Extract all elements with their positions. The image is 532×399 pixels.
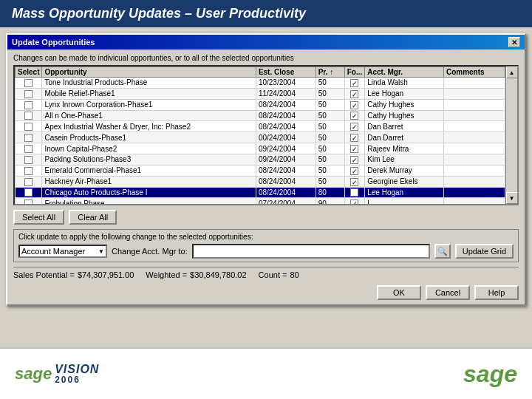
row-checkbox[interactable] (24, 101, 33, 109)
row-select-cell[interactable] (16, 99, 42, 110)
row-est-close: 08/24/2004 (256, 99, 316, 110)
col-comments: Comments (443, 67, 505, 78)
row-fo-checkbox[interactable] (350, 167, 358, 175)
row-fo-cell[interactable] (344, 78, 365, 89)
row-opportunity: Mobile Relief-Phase1 (42, 88, 256, 99)
table-row[interactable]: Casein Products-Phase100/24/200450Dan Da… (16, 132, 505, 143)
row-pr: 50 (316, 78, 344, 89)
row-opportunity: Lynx Inrown Corporation-Phase1 (42, 99, 256, 110)
row-fo-checkbox[interactable] (350, 90, 358, 98)
row-acct-mgr: Georgine Ekels (365, 176, 444, 187)
row-select-cell[interactable] (16, 110, 42, 121)
cancel-button[interactable]: Cancel (426, 285, 470, 300)
row-checkbox[interactable] (24, 200, 33, 204)
row-select-cell[interactable] (16, 165, 42, 176)
row-est-close: 08/24/2004 (256, 165, 316, 176)
select-all-button[interactable]: Select All (13, 210, 64, 225)
row-fo-checkbox[interactable] (350, 123, 358, 131)
ok-button[interactable]: OK (377, 285, 421, 300)
clear-all-button[interactable]: Clear All (69, 210, 117, 225)
help-button[interactable]: Help (474, 285, 519, 300)
col-pr: Pr. ↑ (316, 67, 344, 78)
row-fo-cell[interactable] (344, 165, 365, 176)
dialog-body: Changes can be made to indivicual opport… (7, 50, 525, 304)
row-acct-mgr: Dan Darret (365, 132, 444, 143)
table-row[interactable]: All n One-Phase108/24/200450Cathy Hughes (16, 110, 505, 121)
update-section-label: Click update to apply the following chan… (18, 233, 514, 241)
row-pr: 50 (316, 110, 344, 121)
row-opportunity: Casein Products-Phase1 (42, 132, 256, 143)
row-checkbox[interactable] (24, 112, 33, 120)
row-select-cell[interactable] (16, 88, 42, 99)
row-fo-cell[interactable] (344, 121, 365, 132)
row-fo-checkbox[interactable] (350, 101, 358, 109)
table-row[interactable]: Mobile Relief-Phase111/24/200450Lee Hoga… (16, 88, 505, 99)
row-fo-cell[interactable] (344, 154, 365, 166)
col-acct-mgr: Acct. Mgr. (365, 67, 444, 78)
row-comments (443, 154, 505, 166)
row-fo-checkbox[interactable] (350, 188, 358, 197)
scroll-up-arrow[interactable]: ▲ (506, 66, 518, 78)
row-select-cell[interactable] (16, 187, 42, 198)
table-row[interactable]: Packing Solutions-Phase309/24/200450Kim … (16, 154, 505, 166)
row-fo-checkbox[interactable] (350, 145, 358, 153)
row-checkbox[interactable] (24, 145, 33, 153)
table-row[interactable]: Lynx Inrown Corporation-Phase108/24/2004… (16, 99, 505, 110)
row-fo-cell[interactable] (344, 198, 365, 204)
row-checkbox[interactable] (24, 79, 33, 87)
opportunities-table-container: Select Opportunity Est. Close Pr. ↑ Fo..… (13, 65, 519, 205)
row-pr: 50 (316, 165, 344, 176)
row-opportunity: Tone Industrial Products-Phase (42, 78, 256, 89)
row-checkbox[interactable] (24, 156, 33, 164)
table-row[interactable]: Emerald Commercial-Phase108/24/200450Der… (16, 165, 505, 176)
row-est-close: 07/24/2004 (256, 198, 316, 204)
table-row[interactable]: Tone Industrial Products-Phase10/23/2004… (16, 78, 505, 89)
row-select-cell[interactable] (16, 176, 42, 187)
table-row[interactable]: Chicago Auto Products-Phase I08/24/20048… (16, 187, 505, 198)
update-grid-button[interactable]: Update Grid (455, 244, 514, 259)
field-dropdown[interactable]: Account Manager ▼ (18, 245, 107, 258)
row-select-cell[interactable] (16, 132, 42, 143)
row-fo-checkbox[interactable] (350, 156, 358, 164)
row-select-cell[interactable] (16, 154, 42, 166)
row-fo-cell[interactable] (344, 88, 365, 99)
row-select-cell[interactable] (16, 143, 42, 154)
row-fo-cell[interactable] (344, 99, 365, 110)
row-select-cell[interactable] (16, 78, 42, 89)
row-checkbox[interactable] (24, 90, 33, 98)
row-select-cell[interactable] (16, 121, 42, 132)
row-fo-cell[interactable] (344, 187, 365, 198)
row-fo-checkbox[interactable] (350, 178, 358, 186)
table-row[interactable]: Hackney Air-Phase108/24/200450Georgine E… (16, 176, 505, 187)
table-row[interactable]: Frobulation Phase...07/24/200490L... (16, 198, 505, 204)
dialog-close-button[interactable]: ✕ (508, 37, 520, 47)
row-fo-cell[interactable] (344, 176, 365, 187)
row-fo-checkbox[interactable] (350, 134, 358, 142)
row-fo-cell[interactable] (344, 132, 365, 143)
table-row[interactable]: Inown Capital-Phase209/24/200450Rajeev M… (16, 143, 505, 154)
row-checkbox[interactable] (24, 188, 33, 197)
lookup-button[interactable]: 🔍 (434, 244, 451, 259)
sales-potential-value: $74,307,951.00 (78, 270, 134, 279)
row-comments (443, 121, 505, 132)
row-comments (443, 88, 505, 99)
row-checkbox[interactable] (24, 167, 33, 175)
row-est-close: 00/24/2004 (256, 132, 316, 143)
scroll-down-arrow[interactable]: ▼ (506, 192, 518, 204)
row-checkbox[interactable] (24, 134, 33, 142)
row-checkbox[interactable] (24, 178, 33, 186)
row-fo-cell[interactable] (344, 143, 365, 154)
row-fo-cell[interactable] (344, 110, 365, 121)
table-row[interactable]: Apex Industrial Washer & Dryer, Inc: Pha… (16, 121, 505, 132)
row-fo-checkbox[interactable] (350, 200, 358, 204)
row-fo-checkbox[interactable] (350, 112, 358, 120)
row-checkbox[interactable] (24, 123, 33, 131)
row-select-cell[interactable] (16, 198, 42, 204)
change-value-input[interactable] (192, 244, 430, 259)
row-comments (443, 78, 505, 89)
row-fo-checkbox[interactable] (350, 79, 358, 87)
selection-buttons-row: Select All Clear All (13, 210, 519, 225)
weighted-value: $30,849,780.02 (190, 270, 246, 279)
change-field-label: Change Acct. Mgr to: (112, 247, 188, 256)
table-scrollbar[interactable]: ▲ ▼ (505, 66, 517, 204)
